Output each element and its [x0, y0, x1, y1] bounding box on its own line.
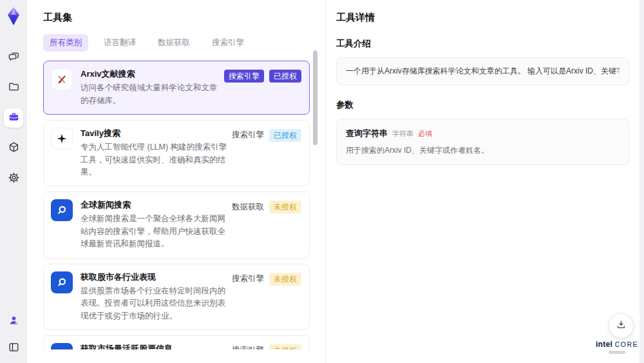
left-sidebar: [0, 0, 27, 363]
news-search-icon: [51, 199, 73, 221]
panel-collapse-button[interactable]: [4, 338, 23, 358]
tool-description: 专为人工智能代理 (LLM) 构建的搜索引擎工具，可快速提供实时、准确和真实的结…: [80, 141, 232, 179]
list-scrollbar-thumb[interactable]: [313, 50, 317, 145]
download-button[interactable]: [609, 314, 633, 338]
intel-core-logo: intel CORE: [594, 338, 640, 354]
panel-toggle-icon: [8, 341, 20, 356]
sidebar-item-chat[interactable]: [4, 48, 23, 67]
category-label: 搜索引擎: [232, 130, 264, 141]
auth-status-badge: 未授权: [269, 201, 301, 213]
user-avatar-icon: [8, 314, 20, 329]
auth-status-badge: 已授权: [269, 129, 301, 142]
tool-intro-text: 一个用于从Arxiv存储库搜索科学论文和文章的工具。 输入可以是Arxiv ID…: [346, 66, 620, 77]
param-name: 查询字符串: [346, 128, 388, 139]
param-type: 字符串: [392, 129, 413, 139]
param-required-flag: 必填: [418, 129, 432, 139]
tool-description: 全球新闻搜索是一个聚合全球各大新闻网站内容的搜索引擎，帮助用户快速获取全球最新资…: [80, 213, 232, 250]
intel-wordmark: intel: [596, 340, 612, 349]
app-window: 工具集 所有类别 语言翻译 数据获取 搜索引擎 Arxiv文献搜索 访问: [0, 0, 644, 363]
tab-search-engine[interactable]: 搜索引擎: [205, 34, 251, 52]
tool-list-item-arxiv[interactable]: Arxiv文献搜索 访问各个研究领域大量科学论文和文章的存储库。 搜索引擎 已授…: [43, 61, 310, 115]
app-logo-diamond-icon: [5, 6, 22, 26]
tool-list-item-active-stocks[interactable]: 获取市场最活跃股票信息 提供当天交易量最高的股票列表。投资者可以利用这些信息来识…: [43, 335, 310, 349]
stock-sector-icon: [51, 271, 73, 293]
tool-intro-box: 一个用于从Arxiv存储库搜索科学论文和文章的工具。 输入可以是Arxiv ID…: [336, 57, 629, 85]
tool-list-item-tavily[interactable]: Tavily搜索 专为人工智能代理 (LLM) 构建的搜索引擎工具，可快速提供实…: [43, 120, 310, 186]
tool-list-item-global-news[interactable]: 全球新闻搜索 全球新闻搜索是一个聚合全球各大新闻网站内容的搜索引擎，帮助用户快速…: [43, 191, 310, 258]
sidebar-bottom: [4, 311, 23, 358]
arxiv-logo-icon: [51, 68, 73, 90]
auth-status-badge: 已授权: [269, 70, 301, 83]
intro-heading: 工具介绍: [336, 38, 629, 50]
tool-description: 访问各个研究领域大量科学论文和文章的存储库。: [80, 82, 224, 107]
tools-list-panel: 工具集 所有类别 语言翻译 数据获取 搜索引擎 Arxiv文献搜索 访问: [27, 0, 325, 363]
intel-badge-sub: [609, 351, 625, 354]
tool-name: 全球新闻搜索: [80, 199, 232, 211]
sidebar-item-tools[interactable]: [4, 108, 23, 128]
sidebar-item-packages[interactable]: [4, 139, 23, 158]
tool-description: 提供股票市场各个行业在特定时间段内的表现。投资者可以利用这些信息来识别表现优于或…: [80, 285, 232, 322]
tool-list: Arxiv文献搜索 访问各个研究领域大量科学论文和文章的存储库。 搜索引擎 已授…: [43, 61, 310, 349]
chat-icon: [8, 50, 20, 65]
category-badge: 搜索引擎: [224, 70, 264, 83]
core-wordmark: CORE: [615, 340, 638, 348]
page-title: 工具集: [43, 12, 310, 24]
tool-name: Tavily搜索: [80, 128, 232, 139]
params-heading: 参数: [336, 99, 629, 111]
parameter-box: 查询字符串 字符串 必填 用于搜索的Arxiv ID、关键字或作者姓名。: [336, 119, 629, 165]
tool-name: 获取股市各行业表现: [80, 271, 232, 283]
category-label: 搜索引擎: [232, 273, 264, 284]
auth-status-badge: 未授权: [269, 344, 301, 349]
category-label: 数据获取: [232, 202, 264, 213]
tavily-star-icon: [51, 128, 73, 150]
folder-icon: [8, 81, 20, 95]
details-title: 工具详情: [336, 12, 629, 24]
tool-list-item-stock-sectors[interactable]: 获取股市各行业表现 提供股票市场各个行业在特定时间段内的表现。投资者可以利用这些…: [43, 264, 310, 330]
tool-name: Arxiv文献搜索: [80, 68, 224, 80]
active-stocks-icon: [51, 343, 73, 349]
user-profile-button[interactable]: [4, 311, 23, 331]
param-description: 用于搜索的Arxiv ID、关键字或作者姓名。: [346, 145, 620, 156]
tab-data-acquisition[interactable]: 数据获取: [151, 34, 196, 52]
gear-icon: [8, 172, 20, 186]
tab-all-categories[interactable]: 所有类别: [43, 34, 88, 52]
tool-name: 获取市场最活跃股票信息: [80, 343, 232, 349]
sidebar-item-settings[interactable]: [4, 169, 23, 188]
briefcase-icon: [8, 111, 20, 126]
auth-status-badge: 未授权: [269, 273, 301, 286]
tab-language-translation[interactable]: 语言翻译: [97, 34, 142, 52]
page-scrollbar[interactable]: [639, 0, 644, 363]
category-label: 搜索引擎: [232, 345, 264, 349]
cube-icon: [8, 141, 20, 156]
category-tabs: 所有类别 语言翻译 数据获取 搜索引擎: [43, 34, 310, 52]
tool-details-panel: 工具详情 工具介绍 一个用于从Arxiv存储库搜索科学论文和文章的工具。 输入可…: [325, 0, 639, 363]
sidebar-nav: [4, 48, 23, 188]
sidebar-item-files[interactable]: [4, 78, 23, 97]
download-icon: [616, 319, 627, 333]
